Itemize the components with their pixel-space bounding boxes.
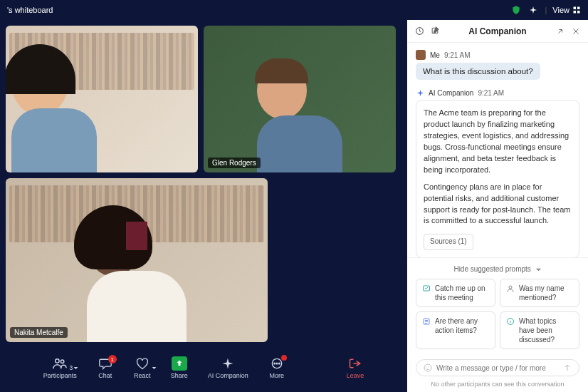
privacy-notice: No other participants can see this conve… [407, 381, 588, 392]
nav-label: More [270, 372, 285, 379]
share-icon [172, 356, 187, 371]
nav-label: Leave [347, 372, 364, 379]
participant-name: Nakita Metcalfe [10, 327, 68, 338]
msg-author: AI Companion [429, 89, 473, 97]
svg-point-8 [276, 363, 278, 364]
chat-badge: 1 [108, 355, 117, 363]
checklist-icon [422, 317, 431, 326]
view-button[interactable]: View [552, 6, 581, 14]
grid-icon [572, 6, 581, 14]
ai-companion-panel: AI Companion Me 9:21 AM What is this dis… [407, 20, 588, 392]
ai-message: The Acme team is preparing for the produ… [416, 100, 579, 257]
svg-point-17 [424, 364, 431, 371]
history-icon[interactable] [414, 26, 424, 36]
sparkle-icon [416, 88, 424, 97]
person-icon [506, 284, 515, 293]
suggested-prompt[interactable]: What topics have been discussed? [500, 311, 579, 349]
chat-button[interactable]: 1 Chat [97, 356, 114, 379]
catchup-icon [422, 284, 431, 293]
participants-button[interactable]: 3 Participants [43, 356, 77, 379]
close-icon[interactable] [571, 26, 581, 36]
sources-button[interactable]: Sources (1) [424, 234, 473, 250]
toggle-prompts-button[interactable]: Hide suggested prompts [416, 265, 579, 273]
more-badge [281, 355, 287, 361]
ai-companion-button[interactable]: AI Companion [208, 356, 248, 379]
msg-time: 9:21 AM [478, 89, 504, 97]
svg-point-4 [56, 359, 59, 363]
panel-title: AI Companion [446, 26, 550, 36]
nav-label: Participants [43, 372, 77, 379]
svg-point-14 [509, 286, 512, 289]
nav-label: Chat [98, 372, 112, 379]
compose-icon[interactable] [430, 26, 440, 36]
svg-point-9 [278, 363, 280, 364]
shield-icon[interactable] [510, 4, 522, 16]
info-icon [506, 317, 515, 326]
leave-button[interactable]: Leave [347, 356, 364, 379]
emoji-icon[interactable] [424, 363, 432, 372]
suggested-prompt[interactable]: Was my name mentioned? [500, 279, 579, 307]
svg-point-7 [274, 363, 275, 364]
svg-point-5 [61, 360, 65, 363]
svg-rect-1 [577, 7, 580, 10]
react-button[interactable]: React [134, 356, 151, 379]
message-input[interactable] [436, 364, 559, 372]
chevron-down-icon [535, 267, 542, 273]
view-label: View [552, 6, 569, 14]
suggested-prompt[interactable]: Are there any action items? [416, 311, 495, 349]
more-button[interactable]: More [268, 356, 285, 379]
whiteboard-title: 's whiteboard [7, 6, 53, 14]
svg-rect-3 [577, 11, 580, 14]
popout-icon[interactable] [555, 26, 565, 36]
suggested-prompt[interactable]: Catch me up on this meeting [416, 279, 495, 307]
svg-rect-0 [574, 7, 577, 10]
video-tile[interactable] [6, 26, 198, 172]
ai-paragraph: The Acme team is preparing for the produ… [424, 108, 572, 176]
nav-label: React [134, 372, 151, 379]
ai-paragraph: Contingency plans are in place for poten… [424, 182, 572, 227]
svg-point-18 [426, 367, 427, 368]
svg-point-19 [429, 367, 429, 368]
share-button[interactable]: Share [171, 356, 188, 379]
topbar: 's whiteboard | View [0, 0, 588, 20]
send-icon[interactable] [563, 363, 572, 372]
svg-rect-2 [574, 11, 577, 14]
sparkle-icon[interactable] [527, 4, 539, 16]
video-grid: Glen Rodgers Nakita Metcalfe 3 Participa… [0, 20, 407, 392]
participant-name: Glen Rodgers [208, 158, 261, 168]
msg-time: 9:21 AM [444, 51, 471, 59]
message-input-container[interactable] [416, 359, 579, 376]
user-message: What is this discussion about? [416, 63, 540, 80]
video-tile[interactable]: Nakita Metcalfe [6, 178, 268, 342]
msg-author: Me [430, 51, 440, 59]
nav-label: Share [171, 372, 188, 379]
nav-label: AI Companion [208, 372, 248, 379]
avatar [416, 50, 426, 60]
video-tile[interactable]: Glen Rodgers [204, 26, 396, 172]
meeting-toolbar: 3 Participants 1 Chat React Share A [6, 348, 401, 388]
